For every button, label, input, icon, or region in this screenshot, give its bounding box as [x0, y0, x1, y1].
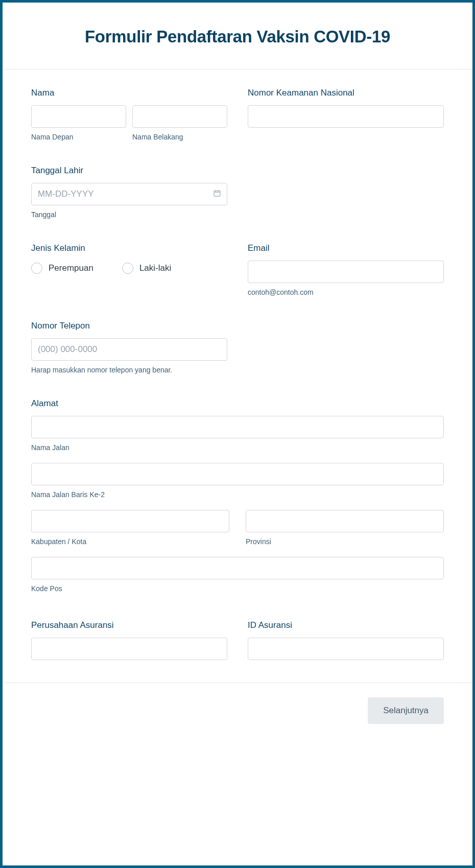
- dob-input[interactable]: [31, 183, 227, 205]
- gender-female-radio[interactable]: Perempuan: [31, 263, 93, 274]
- gender-male-radio[interactable]: Laki-laki: [122, 263, 171, 274]
- last-name-sublabel: Nama Belakang: [132, 133, 227, 141]
- phone-input[interactable]: [31, 338, 227, 361]
- insurance-id-input[interactable]: [248, 638, 444, 660]
- gender-male-label: Laki-laki: [139, 263, 171, 273]
- last-name-input[interactable]: [132, 105, 227, 128]
- gender-label: Jenis Kelamin: [31, 243, 227, 253]
- radio-icon: [31, 263, 42, 274]
- dob-label: Tanggal Lahir: [31, 166, 227, 176]
- form-header: Formulir Pendaftaran Vaksin COVID-19: [3, 3, 472, 69]
- phone-label: Nomor Telepon: [31, 321, 227, 331]
- ssn-label: Nomor Keamanan Nasional: [248, 88, 444, 98]
- name-label: Nama: [31, 88, 227, 98]
- ssn-input[interactable]: [248, 105, 444, 128]
- email-sublabel: contoh@contoh.com: [248, 288, 444, 296]
- page-title: Formulir Pendaftaran Vaksin COVID-19: [13, 27, 462, 46]
- postal-input[interactable]: [31, 557, 444, 579]
- gender-female-label: Perempuan: [49, 263, 93, 273]
- form-body: Nama Nama Depan Nama Belakang Nomor Keam…: [3, 69, 472, 683]
- first-name-sublabel: Nama Depan: [31, 133, 126, 141]
- first-name-input[interactable]: [31, 105, 126, 128]
- city-input[interactable]: [31, 510, 229, 532]
- email-label: Email: [248, 243, 444, 253]
- street1-input[interactable]: [31, 416, 444, 438]
- phone-sublabel: Harap masukkan nomor telepon yang benar.: [31, 366, 227, 374]
- email-input[interactable]: [248, 261, 444, 283]
- province-input[interactable]: [246, 510, 444, 532]
- postal-sublabel: Kode Pos: [31, 584, 444, 593]
- insurance-id-label: ID Asuransi: [248, 620, 444, 630]
- street2-input[interactable]: [31, 463, 444, 485]
- address-label: Alamat: [31, 398, 444, 409]
- city-sublabel: Kabupaten / Kota: [31, 537, 229, 546]
- insurance-company-label: Perusahaan Asuransi: [31, 620, 227, 630]
- next-button[interactable]: Selanjutnya: [368, 697, 444, 724]
- street1-sublabel: Nama Jalan: [31, 443, 444, 452]
- form-frame: Formulir Pendaftaran Vaksin COVID-19 Nam…: [0, 0, 475, 868]
- radio-icon: [122, 263, 133, 274]
- province-sublabel: Provinsi: [246, 537, 444, 546]
- dob-sublabel: Tanggal: [31, 210, 227, 219]
- insurance-company-input[interactable]: [31, 638, 227, 660]
- form-footer: Selanjutnya: [3, 683, 472, 746]
- street2-sublabel: Nama Jalan Baris Ke-2: [31, 490, 444, 499]
